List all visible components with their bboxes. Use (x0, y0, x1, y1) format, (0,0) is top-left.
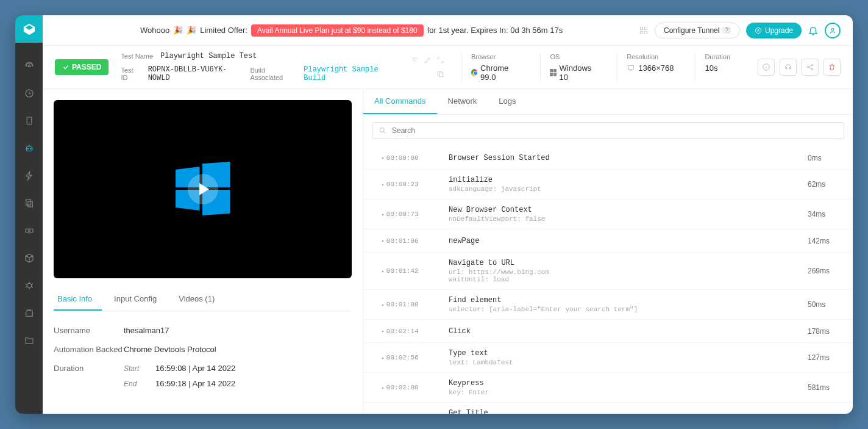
svg-rect-18 (628, 66, 634, 70)
tab-input-config[interactable]: Input Config (110, 288, 166, 311)
sidebar-device-icon[interactable] (15, 107, 43, 134)
tab-videos[interactable]: Videos (1) (175, 288, 224, 311)
headset-button[interactable] (780, 59, 797, 76)
sidebar (15, 15, 43, 414)
command-row[interactable]: 00:02:88 Keypress key: Enter 581ms (363, 373, 853, 403)
command-title: Get Title (449, 409, 808, 414)
build-label: Build Associated (250, 67, 296, 81)
chrome-icon (471, 69, 477, 76)
duration-value: 10s (705, 63, 730, 73)
svg-point-21 (811, 64, 813, 65)
svg-point-3 (27, 148, 29, 150)
command-duration: 142ms (808, 237, 844, 245)
search-input[interactable] (392, 126, 838, 135)
command-title: Navigate to URL (449, 259, 808, 267)
duration-label: Duration (705, 53, 730, 60)
command-duration: 127ms (808, 353, 844, 362)
tab-all-commands[interactable]: All Commands (363, 89, 437, 114)
command-time: 00:01:06 (382, 237, 449, 245)
command-time: 00:02:14 (382, 328, 449, 335)
command-row[interactable]: 00:01:88 Find element selector: [aria-la… (363, 290, 853, 320)
share-button[interactable] (802, 59, 819, 76)
sidebar-eye-icon[interactable] (15, 217, 43, 244)
play-icon[interactable] (188, 174, 218, 204)
command-duration: 0ms (808, 154, 844, 162)
resolution-value: 1366×768 (627, 63, 674, 73)
command-sub: noDefaultViewport: false (449, 215, 808, 223)
command-sub: url: https://www.bing.comwaitUntil: load (449, 269, 808, 283)
test-info-bar: PASSED Test Name Playwright Sample Test … (43, 46, 853, 89)
video-player[interactable] (54, 100, 352, 278)
test-id-value: ROPNX-DBLLB-VU6YK-NOWLD (148, 65, 243, 82)
command-row[interactable]: 00:02:14 Click 178ms (363, 320, 853, 343)
search-icon (379, 126, 387, 135)
browser-label: Browser (471, 53, 519, 60)
topbar: Wohooo 🎉 🎉 Limited Offer: Avail Annual L… (43, 15, 853, 46)
username-value: thesalman17 (124, 326, 169, 335)
sidebar-box-icon[interactable] (15, 299, 43, 326)
svg-rect-6 (27, 201, 32, 207)
command-duration: 19ms (808, 413, 844, 414)
sidebar-folder-icon[interactable] (15, 326, 43, 354)
command-row[interactable]: 00:02:56 Type text text: LambdaTest 127m… (363, 343, 853, 373)
command-duration: 50ms (808, 300, 844, 309)
end-time: 16:59:18 | Apr 14 2022 (155, 379, 235, 388)
sidebar-speed-icon[interactable] (15, 52, 43, 79)
svg-point-8 (28, 229, 30, 231)
command-time: 00:00:73 (382, 211, 449, 218)
command-time: 00:00:00 (382, 154, 449, 162)
command-duration: 62ms (808, 180, 844, 189)
sidebar-bug-icon[interactable] (15, 272, 43, 299)
command-row[interactable]: 00:01:42 Navigate to URL url: https://ww… (363, 253, 853, 290)
test-name-label: Test Name (121, 52, 153, 60)
tab-basic-info[interactable]: Basic Info (54, 288, 102, 311)
sidebar-robot-icon[interactable] (15, 134, 43, 162)
svg-point-23 (380, 128, 384, 132)
svg-rect-10 (26, 311, 32, 316)
duration-detail-label: Duration (54, 364, 124, 388)
upgrade-button[interactable]: Upgrade (746, 23, 802, 38)
grid-icon[interactable] (639, 26, 649, 35)
sidebar-clock-icon[interactable] (15, 79, 43, 107)
os-label: OS (550, 53, 596, 60)
svg-rect-13 (641, 31, 643, 34)
filter-icon[interactable] (411, 56, 419, 64)
svg-rect-14 (644, 31, 647, 34)
command-row[interactable]: 00:00:00 Browser Session Started 0ms (363, 146, 853, 170)
sidebar-files-icon[interactable] (15, 189, 43, 217)
command-list: 00:00:00 Browser Session Started 0ms 00:… (363, 146, 853, 414)
svg-point-9 (27, 283, 32, 288)
bell-icon[interactable] (808, 25, 819, 36)
configure-tunnel-button[interactable]: Configure Tunnel ? (655, 23, 740, 38)
command-row[interactable]: 00:03:71 Get Title value: LambdaTest - S… (363, 403, 853, 414)
windows-icon (550, 69, 556, 76)
build-link[interactable]: Playwright Sample Build (304, 65, 399, 82)
sidebar-bolt-icon[interactable] (15, 162, 43, 189)
command-row[interactable]: 00:01:06 newPage 142ms (363, 229, 853, 253)
browser-value: Chrome 99.0 (471, 63, 519, 82)
promo-pre: Wohooo (140, 26, 169, 35)
command-title: Browser Session Started (449, 154, 808, 162)
info-button[interactable] (758, 59, 775, 76)
edit-icon[interactable] (424, 56, 432, 64)
command-row[interactable]: 00:00:23 initialize sdkLanguage: javascr… (363, 170, 853, 200)
logo[interactable] (15, 15, 43, 43)
svg-rect-17 (439, 73, 443, 77)
command-sub: sdkLanguage: javascript (449, 186, 808, 193)
help-icon: ? (722, 27, 731, 34)
command-row[interactable]: 00:00:73 New Browser Context noDefaultVi… (363, 200, 853, 229)
svg-point-20 (807, 67, 808, 68)
tab-logs[interactable]: Logs (488, 89, 527, 114)
svg-rect-7 (26, 229, 33, 233)
copy-icon[interactable] (436, 70, 444, 78)
os-value: Windows 10 (550, 63, 596, 82)
start-time: 16:59:08 | Apr 14 2022 (155, 364, 235, 373)
sidebar-cube-icon[interactable] (15, 244, 43, 272)
search-box[interactable] (372, 122, 844, 139)
right-pane: All Commands Network Logs 00:00:00 Brows… (363, 89, 853, 414)
avatar[interactable] (825, 23, 841, 38)
expand-icon[interactable] (436, 56, 444, 64)
tab-network[interactable]: Network (437, 89, 488, 114)
delete-button[interactable] (824, 59, 841, 76)
test-name-value: Playwright Sample Test (160, 52, 257, 60)
